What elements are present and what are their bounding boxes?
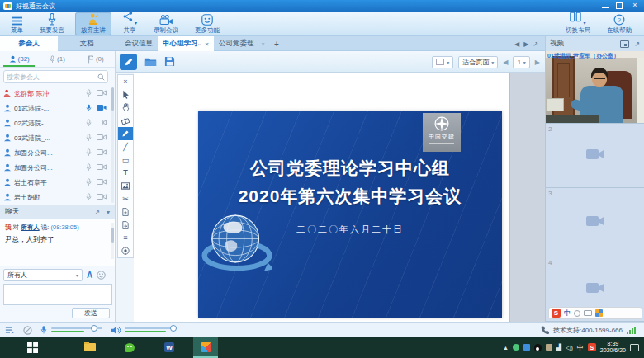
tray-gray-icon[interactable] xyxy=(546,344,552,351)
tray-network-icon[interactable]: ▟ xyxy=(556,344,561,351)
annotate-button[interactable] xyxy=(120,54,137,70)
chat-recipient-select[interactable]: 所有人 ▾ xyxy=(3,269,83,281)
save-icon[interactable] xyxy=(164,56,175,67)
keyboard-icon[interactable] xyxy=(584,310,592,316)
tab-doc-2[interactable]: 公司党委理.. × xyxy=(214,36,270,51)
participant-row[interactable]: 加固分公司... xyxy=(0,145,115,160)
tab-participants[interactable]: 参会人 xyxy=(0,36,58,51)
select-tool-icon[interactable] xyxy=(118,88,133,101)
participant-row[interactable]: 03武港院_... xyxy=(0,130,115,145)
switch-layout-button[interactable]: ▾ 切换布局 xyxy=(560,12,596,35)
cut-tool-icon[interactable]: ✂ xyxy=(118,192,133,205)
new-tab-button[interactable]: + xyxy=(270,36,283,51)
tray-expand-icon[interactable]: ▲ xyxy=(503,345,509,351)
emoji-picker-icon[interactable] xyxy=(574,310,580,317)
notification-center-icon[interactable] xyxy=(630,344,639,351)
mic-icon[interactable] xyxy=(86,89,92,97)
laser-stamp-icon[interactable] xyxy=(118,244,133,257)
rectangle-tool-icon[interactable]: ▭ xyxy=(118,153,133,167)
mic-icon[interactable] xyxy=(86,178,92,186)
camera-icon[interactable] xyxy=(97,193,107,200)
color-dropdown[interactable]: ▾ xyxy=(432,56,453,68)
fullscreen-icon[interactable]: ↗ xyxy=(533,40,538,48)
wechat-button[interactable] xyxy=(117,337,142,358)
online-help-button[interactable]: ? 在线帮助 xyxy=(601,12,637,35)
tray-blue-icon[interactable] xyxy=(523,344,530,351)
video-thumbnail-icon[interactable] xyxy=(620,40,629,48)
record-meeting-button[interactable]: 录制会议 xyxy=(148,12,184,35)
video-feed-1[interactable]: 01武港院-尹应军（办公室） xyxy=(546,51,644,124)
meeting-app-button[interactable] xyxy=(193,337,218,358)
camera-icon[interactable] xyxy=(97,163,107,171)
image-tool-icon[interactable] xyxy=(118,179,133,192)
chat-input[interactable] xyxy=(4,285,111,304)
video-feed-3[interactable]: 3 xyxy=(546,188,644,257)
participant-row[interactable]: 岩土石章平 xyxy=(0,175,115,190)
ime-indicator[interactable]: 中 xyxy=(577,343,584,352)
minimize-button[interactable] xyxy=(602,2,609,8)
video-expand-icon[interactable]: ↗ xyxy=(634,40,640,48)
search-input[interactable] xyxy=(7,73,97,81)
mic-volume-icon[interactable] xyxy=(40,325,47,335)
input-mode-indicator[interactable]: 中 xyxy=(564,309,571,318)
emoji-button[interactable] xyxy=(97,271,106,280)
camera-icon[interactable] xyxy=(97,119,107,126)
camera-icon[interactable] xyxy=(97,148,107,156)
page-number-dropdown[interactable]: 1 ▾ xyxy=(513,56,529,68)
camera-disabled-icon[interactable] xyxy=(23,326,32,335)
filter-all-participants[interactable]: (32) xyxy=(0,51,38,67)
tab-scroll-right-icon[interactable]: ▶ xyxy=(523,40,528,48)
camera-icon[interactable] xyxy=(97,178,107,186)
mic-icon[interactable] xyxy=(86,134,92,142)
meeting-notes-icon[interactable] xyxy=(5,326,15,335)
give-up-presenter-button[interactable]: 放弃主讲 xyxy=(75,12,111,35)
camera-on-icon[interactable] xyxy=(97,104,107,111)
tray-green-icon[interactable] xyxy=(513,344,519,351)
mic-volume-slider[interactable] xyxy=(51,327,102,332)
speaker-volume-slider[interactable] xyxy=(125,327,176,332)
camera-icon[interactable] xyxy=(97,134,107,141)
participant-row[interactable]: 党群部 陈冲 xyxy=(0,86,115,101)
tab-meeting-info[interactable]: 会议信息 xyxy=(120,36,158,51)
participant-row[interactable]: 岩土胡勘 xyxy=(0,190,115,205)
prev-page-icon[interactable]: ◀ xyxy=(503,59,508,66)
close-button[interactable]: × xyxy=(629,1,641,10)
export-page-icon[interactable] xyxy=(118,219,133,232)
camera-icon[interactable] xyxy=(97,89,107,97)
video-feed-2[interactable]: 2 xyxy=(546,124,644,188)
mic-on-icon[interactable] xyxy=(86,104,92,112)
participant-scrollbar[interactable] xyxy=(111,87,114,203)
pencil-tool-icon[interactable] xyxy=(118,127,133,140)
sogou-tray-icon[interactable]: S xyxy=(588,343,596,351)
mic-icon[interactable] xyxy=(86,119,92,127)
close-palette-icon[interactable]: × xyxy=(118,75,133,88)
clock[interactable]: 8:39 2020/6/20 xyxy=(600,341,626,354)
tab-doc-1[interactable]: 中心组学习.. × xyxy=(158,36,214,51)
close-tab-icon[interactable]: × xyxy=(205,40,209,48)
share-button[interactable]: ▾ 共享 xyxy=(116,12,143,35)
speak-button[interactable]: 我要发言 xyxy=(34,12,70,35)
start-button[interactable] xyxy=(20,337,45,358)
speaker-volume-icon[interactable] xyxy=(111,326,121,335)
send-button[interactable]: 发送 xyxy=(72,308,110,318)
open-folder-icon[interactable] xyxy=(144,57,157,67)
sogou-logo-icon[interactable]: S xyxy=(552,309,561,318)
next-page-icon[interactable]: ▶ xyxy=(535,59,540,66)
text-tool-icon[interactable]: T xyxy=(118,167,133,180)
input-toolbox-icon[interactable] xyxy=(595,309,603,317)
tray-speaker-icon[interactable]: ◁) xyxy=(566,344,573,351)
chat-collapse-icon[interactable]: ▾ xyxy=(107,209,110,216)
filter-hand-raised[interactable]: (0) xyxy=(77,51,115,67)
close-tab-icon[interactable]: × xyxy=(261,40,265,48)
tab-scroll-left-icon[interactable]: ◀ xyxy=(514,40,519,48)
qq-icon[interactable] xyxy=(534,344,542,351)
more-functions-button[interactable]: 更多功能 xyxy=(189,12,225,35)
pages-list-icon[interactable]: ≡ xyxy=(118,232,133,245)
menu-button[interactable]: 菜单 xyxy=(5,12,29,35)
participant-row[interactable]: 01武港院-... xyxy=(0,101,115,115)
font-button[interactable]: A xyxy=(87,271,92,280)
restore-button[interactable] xyxy=(616,2,623,9)
import-page-icon[interactable] xyxy=(118,205,133,219)
sogou-input-bar[interactable]: S 中 xyxy=(548,307,642,319)
pan-hand-tool-icon[interactable] xyxy=(118,101,133,115)
